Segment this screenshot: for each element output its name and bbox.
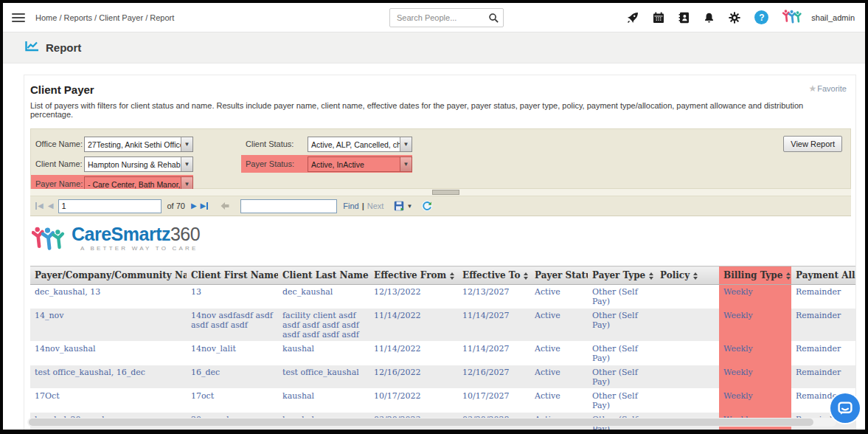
table-cell: Weekly (719, 285, 791, 309)
sort-icon[interactable] (786, 272, 791, 280)
column-header[interactable]: Effective To (458, 266, 530, 285)
last-page-button[interactable]: ▶ (201, 202, 209, 210)
table-cell: 17oct (187, 389, 278, 413)
search-icon[interactable] (484, 13, 503, 24)
refresh-icon[interactable] (421, 200, 433, 212)
page-title: Report (46, 41, 81, 54)
payer-name-label: Payer Name: (35, 179, 84, 188)
table-cell: Other (Self Pay) (588, 342, 656, 365)
table-cell: Weekly (719, 309, 791, 342)
rocket-icon[interactable] (627, 12, 639, 24)
find-link[interactable]: Find (343, 202, 358, 210)
payer-status-value: Active, InActive (308, 157, 400, 171)
column-header[interactable]: Payer/Company/Community Name (30, 266, 187, 285)
column-header[interactable]: Payment Allocation (791, 266, 856, 285)
bell-icon[interactable] (704, 12, 715, 24)
column-header[interactable]: Billing Type (719, 266, 791, 285)
table-row: 14nov_kaushal14nov_lalitkaushal11/14/202… (30, 342, 856, 365)
logo-brand: CareSmartz (72, 224, 170, 244)
report-description: List of payers with filters for client s… (30, 101, 845, 119)
client-status-value: Active, ALP, Cancelled, chetan, D (308, 137, 400, 151)
table-body: dec_kaushal, 1313dec_kaushal12/13/202212… (30, 285, 856, 430)
table-cell: Remainder (791, 285, 856, 309)
next-page-button[interactable]: ▶ (191, 202, 197, 210)
table-cell: Other (Self Pay) (588, 309, 656, 342)
table-cell: kaushal (278, 389, 369, 413)
export-save-icon[interactable]: ▼ (394, 201, 412, 212)
chevron-down-icon[interactable]: ▼ (400, 157, 412, 171)
view-report-button[interactable]: View Report (783, 136, 842, 152)
chevron-down-icon[interactable]: ▼ (181, 157, 192, 171)
favorite-button[interactable]: ★ Favorite (808, 83, 847, 94)
table-cell: 12/16/2022 (369, 365, 458, 389)
table-cell: 14_nov (30, 309, 187, 342)
office-name-dropdown[interactable]: 27Testing, Ankit Sethi Office, Ca ▼ (84, 137, 193, 152)
star-icon: ★ (808, 83, 816, 94)
table-cell: test office_kaushal, 16_dec (30, 365, 187, 389)
breadcrumb[interactable]: Home / Reports / Client Payer / Report (35, 13, 174, 22)
column-label: Payment Allocation (796, 270, 856, 280)
chevron-down-icon[interactable]: ▼ (181, 137, 192, 151)
filter-client-name: Client Name: Hampton Nursing & Rehab - C… (31, 155, 193, 173)
sort-icon[interactable] (450, 272, 454, 280)
client-status-dropdown[interactable]: Active, ALP, Cancelled, chetan, D ▼ (308, 137, 412, 152)
column-header[interactable]: Payer Type (588, 266, 656, 285)
previous-page-button[interactable]: ◀ (48, 202, 54, 210)
table-cell: dec_kaushal, 13 (30, 285, 187, 309)
table-cell: facility client asdf asdf asdf asdf asdf… (278, 309, 369, 342)
column-header[interactable]: Client First Name (187, 266, 278, 285)
report-card: Client Payer ★ Favorite List of payers w… (24, 75, 856, 430)
column-header[interactable]: Policy (656, 266, 719, 285)
table-row: test office_kaushal, 16_dec16_dectest of… (30, 365, 856, 389)
hamburger-menu-icon[interactable] (12, 11, 25, 24)
column-label: Client First Name (191, 270, 278, 280)
current-page-input[interactable] (58, 199, 162, 213)
back-to-parent-icon[interactable] (220, 201, 230, 212)
scrollbar-thumb[interactable] (432, 190, 459, 195)
first-page-button[interactable]: ◀ (35, 202, 44, 210)
sort-icon[interactable] (649, 272, 653, 280)
username[interactable]: shail_admin (811, 13, 855, 22)
find-next-link[interactable]: Next (367, 202, 384, 210)
chevron-down-icon[interactable]: ▼ (400, 137, 412, 151)
logo-text: CareSmartz360 A BETTER WAY TO CARE (72, 224, 200, 252)
table-cell: Weekly (719, 389, 791, 413)
table-cell: test office_kaushal (278, 365, 369, 389)
table-cell: Remainder (791, 365, 856, 389)
filter-client-status: Client Status: Active, ALP, Cancelled, c… (241, 135, 412, 153)
report-title: Client Payer (30, 83, 94, 96)
brand-logo-icon[interactable] (782, 8, 803, 27)
table-cell: 14nov_kaushal (30, 342, 187, 365)
search-input[interactable] (390, 13, 484, 22)
column-header[interactable]: Client Last Name (278, 266, 369, 285)
chat-launcher-button[interactable] (830, 393, 860, 423)
client-name-label: Client Name: (35, 159, 84, 168)
contacts-icon[interactable] (678, 12, 690, 24)
payer-status-dropdown[interactable]: Active, InActive ▼ (308, 156, 412, 172)
payer-status-label: Payer Status: (246, 159, 308, 168)
table-cell: Active (530, 365, 588, 389)
client-name-dropdown[interactable]: Hampton Nursing & Rehab - Cen ▼ (84, 156, 193, 172)
table-cell: 16_dec (187, 365, 278, 389)
scrollbar-thumb[interactable] (29, 418, 813, 426)
office-name-label: Office Name: (35, 140, 84, 148)
client-name-value: Hampton Nursing & Rehab - Cen (85, 157, 181, 171)
table-row: dec_kaushal, 1313dec_kaushal12/13/202212… (30, 285, 856, 309)
table-cell: 10/17/2027 (458, 389, 530, 413)
table-cell: Active (530, 285, 588, 309)
gear-icon[interactable] (729, 12, 740, 24)
calendar-icon[interactable] (653, 12, 664, 24)
find-text-input[interactable] (240, 199, 337, 213)
table-cell: 12/13/2022 (369, 285, 458, 309)
table-cell: 14nov asdfasdf asdf asdf asdf asdf (187, 309, 278, 342)
sort-icon[interactable] (693, 272, 698, 280)
sort-icon[interactable] (524, 272, 528, 280)
column-header[interactable]: Effective From (369, 266, 458, 285)
help-icon[interactable]: ? (754, 10, 768, 24)
table-cell: 12/13/2027 (458, 285, 530, 309)
logo-brand-suffix: 360 (170, 224, 200, 244)
filter-payer-status: Payer Status: Active, InActive ▼ (241, 155, 412, 173)
logo-tagline: A BETTER WAY TO CARE (80, 245, 200, 252)
office-name-value: 27Testing, Ankit Sethi Office, Ca (85, 137, 181, 151)
export-dropdown-caret[interactable]: ▼ (406, 203, 412, 210)
